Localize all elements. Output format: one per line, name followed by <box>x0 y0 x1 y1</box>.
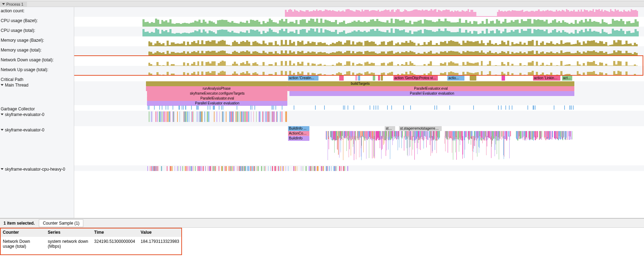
gc-tick[interactable] <box>214 105 215 110</box>
gc-tick[interactable] <box>343 105 344 110</box>
counter-chart[interactable] <box>142 27 638 36</box>
gc-tick[interactable] <box>221 105 222 110</box>
gc-tick[interactable] <box>223 105 223 110</box>
gc-tick[interactable] <box>570 105 570 110</box>
track-row-critical_path[interactable]: Critical Path <box>0 76 74 81</box>
track-net_up[interactable] <box>74 66 644 76</box>
flame-block[interactable] <box>339 76 344 81</box>
track-row-gc[interactable]: Garbage Collector <box>0 105 74 111</box>
gc-tick[interactable] <box>252 105 252 110</box>
chevron-down-icon[interactable] <box>1 84 4 86</box>
gc-tick[interactable] <box>509 105 510 110</box>
gc-tick[interactable] <box>198 105 199 110</box>
gc-tick[interactable] <box>159 105 160 110</box>
gc-tick[interactable] <box>391 105 392 110</box>
gc-tick[interactable] <box>564 105 565 110</box>
gc-tick[interactable] <box>213 105 214 110</box>
flame-block[interactable] <box>502 76 505 81</box>
gc-tick[interactable] <box>214 105 214 110</box>
flame-block[interactable]: buildTargets <box>146 81 574 86</box>
gc-tick[interactable] <box>148 105 148 110</box>
track-gc[interactable] <box>74 105 644 111</box>
gc-tick[interactable] <box>179 105 180 110</box>
track-main_thread[interactable]: buildTargetsrunAnalysisPhaseParallelEval… <box>74 81 644 105</box>
gc-tick[interactable] <box>208 105 208 110</box>
gc-tick[interactable] <box>162 105 162 110</box>
track-mem_total[interactable] <box>74 46 644 56</box>
gc-tick[interactable] <box>378 105 378 110</box>
process-toggle[interactable]: Process 1 <box>0 2 27 7</box>
gc-tick[interactable] <box>533 105 534 110</box>
flame-block[interactable]: action 'Creatin... <box>288 76 319 81</box>
track-row-action_count[interactable]: action count: <box>0 7 74 17</box>
gc-tick[interactable] <box>185 105 186 110</box>
flame-block[interactable]: ActionConti... <box>288 131 310 136</box>
track-row-main_thread[interactable]: Main Thread <box>0 81 74 105</box>
track-mem_bazel[interactable] <box>74 36 644 46</box>
track-row-cpu_bazel[interactable]: CPU usage (Bazel): <box>0 17 74 27</box>
flame-block[interactable]: st.stagerremotstagerremotstage.remot... <box>399 126 442 131</box>
track-sky_cpu_heavy[interactable] <box>74 165 644 171</box>
gc-tick[interactable] <box>324 105 325 110</box>
gc-tick[interactable] <box>473 105 474 110</box>
table-header[interactable]: Counter <box>0 228 45 237</box>
track-row-mem_total[interactable]: Memory usage (total): <box>0 46 74 56</box>
gc-tick[interactable] <box>183 105 184 110</box>
gc-tick[interactable] <box>275 105 276 110</box>
gc-tick[interactable] <box>254 105 255 110</box>
flame-block[interactable]: BuildInfo ... <box>288 126 310 131</box>
counter-chart[interactable] <box>148 36 638 46</box>
gc-tick[interactable] <box>149 105 149 110</box>
flame-block[interactable]: BuildInfo <box>288 136 310 141</box>
gc-tick[interactable] <box>354 105 354 110</box>
track-row-sky_cpu_heavy[interactable]: skyframe-evaluator-cpu-heavy-0 <box>0 165 74 171</box>
flame-block[interactable]: ParallelEvaluator.eval <box>287 86 575 91</box>
chevron-down-icon[interactable] <box>1 114 4 115</box>
gc-tick[interactable] <box>449 105 450 110</box>
flame-block[interactable] <box>358 76 360 81</box>
gc-tick[interactable] <box>178 105 179 110</box>
counter-chart[interactable] <box>142 17 638 27</box>
gc-tick[interactable] <box>434 105 435 110</box>
table-header[interactable]: Value <box>138 228 182 237</box>
flame-block[interactable]: runAnalysisPhase <box>146 86 287 91</box>
gc-tick[interactable] <box>436 105 437 110</box>
stripe-cluster[interactable] <box>148 111 287 122</box>
gc-tick[interactable] <box>237 105 237 110</box>
flame-block[interactable] <box>470 76 477 81</box>
gc-tick[interactable] <box>498 105 499 110</box>
flame-block[interactable]: stagstag... <box>385 126 395 131</box>
flame-block[interactable] <box>355 76 358 81</box>
track-timeline[interactable]: action 'Creatin...action 'GenObjcProtos … <box>74 7 644 218</box>
gc-tick[interactable] <box>210 105 210 110</box>
gc-tick[interactable] <box>272 105 273 110</box>
flame-block[interactable]: Parallel Evaluator evaluation <box>289 91 574 96</box>
gc-tick[interactable] <box>512 105 512 110</box>
flame-block[interactable]: actio... <box>447 76 464 81</box>
table-header[interactable]: Series <box>45 228 91 237</box>
gc-tick[interactable] <box>182 105 182 110</box>
gc-tick[interactable] <box>197 105 198 110</box>
gc-tick[interactable] <box>173 105 173 110</box>
track-row-cpu_total[interactable]: CPU usage (total): <box>0 27 74 36</box>
selection-tab[interactable]: Counter Sample (1) <box>39 219 83 227</box>
chevron-down-icon[interactable] <box>1 168 4 170</box>
gc-tick[interactable] <box>344 105 345 110</box>
gc-tick[interactable] <box>166 105 166 110</box>
gc-tick[interactable] <box>573 105 574 110</box>
track-critical_path[interactable]: action 'Creatin...action 'GenObjcProtos … <box>74 76 644 81</box>
gc-tick[interactable] <box>370 105 370 110</box>
stripe-cluster[interactable] <box>147 166 348 171</box>
flame-block[interactable] <box>378 76 380 81</box>
gc-tick[interactable] <box>387 105 388 110</box>
gc-tick[interactable] <box>505 105 506 110</box>
track-row-net_up[interactable]: Network Up usage (total): <box>0 66 74 76</box>
track-net_down[interactable] <box>74 56 644 66</box>
track-cpu_bazel[interactable] <box>74 17 644 27</box>
flame-block[interactable] <box>381 76 383 81</box>
counter-chart[interactable] <box>148 46 638 56</box>
counter-chart[interactable] <box>148 66 638 76</box>
chevron-down-icon[interactable] <box>1 129 4 131</box>
gc-tick[interactable] <box>403 105 404 110</box>
counter-chart[interactable] <box>148 56 638 66</box>
